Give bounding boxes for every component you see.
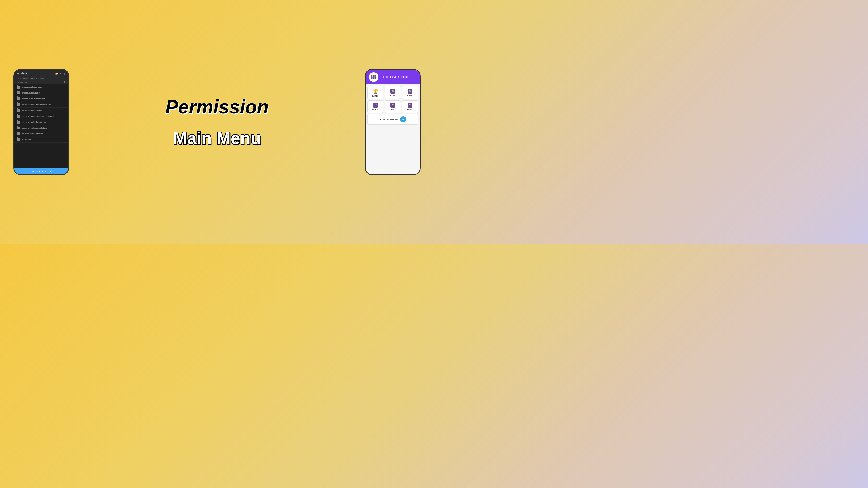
breadcrumb: ROG_Phone3 > Android > data — [14, 76, 68, 80]
svg-rect-16 — [375, 104, 375, 105]
more-icon[interactable]: ⋮ — [63, 72, 66, 75]
hamburger-icon[interactable]: ☰ — [17, 72, 19, 75]
svg-rect-19 — [376, 105, 377, 106]
item-name: bin.mt.plus — [22, 139, 31, 140]
taiwan-button[interactable]: TAIWA. — [402, 100, 418, 113]
phone-right: TECH GFX TOOL 🏆 GAMES. — [365, 69, 421, 175]
bgm-button[interactable]: BGM. — [384, 86, 401, 99]
folder-icon — [17, 103, 21, 106]
breadcrumb-active[interactable]: data — [40, 77, 44, 79]
item-name: android.overlay.target — [22, 92, 40, 94]
svg-rect-26 — [409, 104, 410, 105]
fm-title: data — [21, 72, 27, 75]
sort-icon[interactable]: ≡ — [60, 72, 61, 75]
permission-text: Permission — [165, 96, 269, 118]
folder-icon — [17, 91, 21, 94]
app-title: TECH GFX TOOL — [381, 75, 411, 79]
list-item[interactable]: android.overlay.target — [14, 90, 68, 96]
svg-rect-3 — [372, 77, 373, 79]
folder-icon — [17, 115, 21, 118]
folder-icon — [17, 127, 21, 129]
grid-view-icon[interactable]: ⊞ — [64, 81, 66, 84]
folder-icon — [17, 109, 21, 112]
app-logo — [369, 72, 378, 82]
telegram-label: JOIN TELEGRAM — [379, 118, 398, 121]
cube-icon-vn — [391, 103, 395, 108]
list-item[interactable]: asusims.overlay.networkstack — [14, 125, 68, 131]
item-name: asusims.overlay.tethering — [22, 133, 43, 135]
folder-icon — [17, 86, 21, 89]
games-label: GAMES. — [372, 95, 379, 97]
item-name: android.overlay.common — [22, 86, 42, 88]
cube-icon-korea — [373, 103, 378, 108]
item-name: asusims.overlay.connectivity.resources — [22, 116, 54, 117]
svg-rect-21 — [392, 104, 393, 105]
files-label: Files in data — [17, 82, 27, 83]
item-name: android.qvaoverlay.common — [22, 98, 45, 100]
games-button[interactable]: 🏆 GAMES. — [367, 86, 383, 99]
list-item[interactable]: asusims.overlay.documentsui — [14, 119, 68, 125]
grid-row-2: KOREA. VN. — [367, 100, 418, 113]
svg-rect-18 — [375, 105, 375, 106]
svg-rect-12 — [410, 90, 411, 91]
list-item[interactable]: asusims.overlay.common — [14, 108, 68, 113]
svg-rect-4 — [374, 77, 375, 79]
app-header: TECH GFX TOOL — [366, 70, 420, 84]
svg-rect-0 — [371, 75, 376, 79]
svg-rect-2 — [374, 75, 375, 77]
grid-row-1: 🏆 GAMES. BGM. — [367, 86, 418, 99]
folder-icon — [17, 97, 21, 100]
center-area: Permission Main Menu — [69, 96, 365, 148]
telegram-icon — [400, 117, 406, 122]
item-name: asusims.overlay.documentsui — [22, 121, 46, 123]
svg-rect-8 — [392, 91, 393, 92]
main-menu-text: Main Menu — [173, 128, 261, 148]
svg-rect-9 — [393, 91, 394, 92]
svg-rect-24 — [393, 105, 394, 106]
svg-rect-6 — [392, 90, 393, 91]
taiwan-label: TAIWA. — [407, 109, 413, 110]
cube-icon-taiwan — [408, 103, 412, 108]
svg-rect-11 — [409, 90, 410, 91]
list-item[interactable]: bin.mt.plus — [14, 137, 68, 143]
trophy-icon: 🏆 — [373, 88, 378, 94]
svg-rect-27 — [410, 104, 411, 105]
item-name: asusims.overlay.common — [22, 109, 43, 111]
svg-rect-13 — [409, 91, 410, 92]
korea-button[interactable]: KOREA. — [367, 100, 383, 113]
folder-icon — [17, 138, 21, 141]
breadcrumb-sep1: > — [29, 77, 30, 79]
svg-rect-17 — [376, 104, 377, 105]
fm-subheader: Files in data ⊞ — [14, 80, 68, 84]
vn-label: VN. — [391, 109, 394, 110]
global-label: GLOBA. — [407, 95, 414, 96]
file-list: android.overlay.common android.overlay.t… — [14, 84, 68, 168]
bgm-label: BGM. — [391, 95, 395, 96]
list-item[interactable]: asusims.overlay.aosp.documentsui — [14, 102, 68, 108]
folder-icon — [17, 132, 21, 135]
korea-label: KOREA. — [372, 109, 379, 110]
vn-button[interactable]: VN. — [384, 100, 401, 113]
folder-icon — [17, 121, 21, 124]
file-manager-header: ☰ data 📁 ≡ ⋮ — [14, 70, 68, 76]
list-item[interactable]: android.qvaoverlay.common — [14, 96, 68, 102]
folder-add-icon[interactable]: 📁 — [55, 72, 58, 75]
use-folder-button[interactable]: USE THIS FOLDER — [14, 168, 68, 174]
item-name: asusims.overlay.networkstack — [22, 127, 46, 129]
phone-left: ☰ data 📁 ≡ ⋮ ROG_Phone3 > Android > data… — [13, 69, 69, 175]
item-name: asusims.overlay.aosp.documentsui — [22, 104, 51, 105]
svg-rect-1 — [372, 75, 373, 77]
list-item[interactable]: asusims.overlay.connectivity.resources — [14, 113, 68, 119]
breadcrumb-part2[interactable]: Android — [31, 77, 37, 79]
global-button[interactable]: GLOBA. — [402, 86, 418, 99]
app-content: 🏆 GAMES. BGM. — [366, 84, 420, 174]
svg-rect-23 — [392, 105, 393, 106]
svg-rect-29 — [410, 105, 411, 106]
svg-rect-28 — [409, 105, 410, 106]
svg-rect-22 — [393, 104, 394, 105]
list-item[interactable]: asusims.overlay.tethering — [14, 131, 68, 137]
svg-rect-14 — [410, 91, 411, 92]
breadcrumb-root[interactable]: ROG_Phone3 — [17, 77, 28, 79]
list-item[interactable]: android.overlay.common — [14, 84, 68, 90]
telegram-button[interactable]: JOIN TELEGRAM — [367, 114, 418, 125]
